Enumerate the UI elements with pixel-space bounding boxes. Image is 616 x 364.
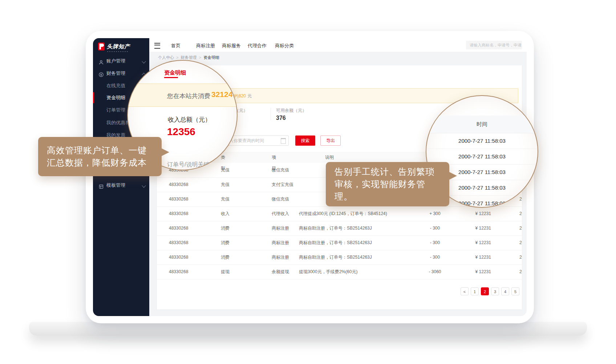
brand-subtitle-dots (107, 51, 128, 52)
sidebar-item-label: 账户管理 (106, 56, 125, 66)
callout-line: 理。 (335, 190, 441, 203)
magnified-time-row: 2000-7-27 11:58:03 (426, 133, 538, 149)
sidebar-item-finance[interactable]: 财务管理 (93, 68, 149, 79)
sidebar-item-account[interactable]: 账户管理 (93, 56, 149, 66)
cell-order: 48330268 (169, 192, 188, 206)
nav-home[interactable]: 首页 (171, 43, 181, 49)
cell-amount: - 300 (420, 221, 450, 235)
stat-divider (271, 108, 271, 120)
cell-balance: ¥ 12231 (464, 250, 491, 264)
sidebar-item-label: 资金明细 (106, 92, 125, 103)
cell-order: 48330268 (169, 250, 188, 264)
magnified-time-header: 时间 (426, 116, 538, 133)
export-button[interactable]: 导出 (320, 136, 341, 146)
cell-type: 消费 (221, 221, 230, 235)
header-desc: 说明 (325, 152, 334, 163)
callout-left: 高效管理账户订单、一键 汇总数据，降低财务成本 (38, 137, 162, 176)
cell-order: 48330268 (169, 177, 188, 192)
cell-amount: - 3060 (420, 264, 450, 279)
sidebar-item-label: 我的优惠券 (106, 117, 130, 128)
breadcrumb-current: 资金明细 (203, 55, 219, 60)
cell-time: 2000-7-27 11:58:03 (519, 235, 522, 250)
cell-desc: 提现3000元，手续费2%(60元) (299, 264, 357, 279)
cell-balance: ¥ 12231 (464, 264, 491, 279)
pagination-page-1[interactable]: 1 (471, 287, 479, 295)
brand-logo-icon (98, 43, 105, 50)
cell-balance: ¥ 12231 (464, 206, 491, 221)
table-row: 48330268 收入 代理收入 代理提成300元 (ID:1245，订单号：S… (157, 206, 522, 221)
cell-time: 2000-7-27 11:58:03 (519, 221, 522, 235)
nav-agency[interactable]: 代理合作 (248, 43, 267, 49)
breadcrumb: 个人中心>财务管理>资金明细 (158, 55, 219, 60)
cell-project: 商标注册 (272, 250, 289, 264)
callout-line: 高效管理账户订单、一键 (47, 144, 153, 157)
cell-project: 微信充值 (272, 192, 289, 206)
template-icon (98, 182, 104, 188)
breadcrumb-separator: > (176, 55, 178, 60)
table-row: 48330268 提现 余额提现 提现3000元，手续费2%(60元) - 30… (157, 264, 522, 279)
pagination-page-5[interactable]: 5 (511, 287, 519, 295)
callout-line: 审核，实现智能财务管 (335, 178, 441, 190)
cell-type: 消费 (221, 250, 230, 264)
cell-type: 消费 (221, 235, 230, 250)
magnified-title-underline (164, 77, 178, 78)
table-row: 48330268 消费 商标注册 商标自助注册，订单号：SB2514263J -… (157, 221, 522, 236)
cell-time: 2000-7-27 11:58:03 (519, 264, 522, 279)
cell-project: 商标注册 (272, 221, 289, 235)
laptop-base (29, 322, 587, 336)
nav-trademark-category[interactable]: 商标分类 (275, 43, 294, 49)
cell-time: 2000-7-27 11:58:03 (519, 206, 522, 221)
callout-arrow-icon (449, 172, 457, 180)
cell-project: 支付宝充值 (272, 177, 293, 192)
pagination-page-3[interactable]: 3 (491, 287, 499, 295)
cell-amount: - 300 (420, 235, 450, 250)
cell-desc: 代理提成300元 (ID:1245，订单号：SB45124) (299, 206, 387, 221)
cell-desc: 商标自助注册，订单号：SB2514263J (299, 235, 372, 250)
nav-trademark-register[interactable]: 商标注册 (196, 43, 215, 49)
brand-title: 头牌知产 (107, 43, 130, 50)
nav-trademark-service[interactable]: 商标服务 (222, 43, 241, 49)
calendar-icon[interactable] (281, 138, 286, 144)
pagination-page-2-active[interactable]: 2 (481, 287, 489, 295)
magnified-banner-prefix: 您在本站共消费 (167, 92, 210, 100)
finance-icon (98, 70, 104, 76)
cell-type: 充值 (221, 163, 230, 177)
cell-order: 48330268 (169, 264, 188, 279)
chevron-down-icon (142, 183, 146, 187)
cell-project: 微信充值 (272, 163, 289, 177)
cell-project: 余额提现 (272, 264, 289, 279)
cell-desc: 商标自助注册，订单号：SB2514263J (299, 221, 372, 235)
magnified-page-title: 资金明细 (164, 69, 186, 76)
cell-type: 收入 (221, 206, 230, 221)
menu-icon[interactable] (154, 43, 160, 49)
callout-line: 告别手工统计、告别繁琐 (335, 166, 441, 178)
search-button[interactable]: 搜索 (295, 136, 315, 146)
pagination-prev[interactable]: < (461, 287, 469, 295)
cell-type: 充值 (221, 192, 230, 206)
breadcrumb-separator: > (199, 55, 201, 60)
sidebar-item-templates[interactable]: 模板管理 (93, 180, 149, 191)
header-project[interactable]: 项目 (272, 152, 276, 163)
table-row: 48330268 消费 商标注册 商标自助注册，订单号：SB2514263J -… (157, 250, 522, 265)
breadcrumb-item[interactable]: 个人中心 (158, 55, 174, 60)
pagination-page-4[interactable]: 4 (501, 287, 509, 295)
cell-project: 商标注册 (272, 235, 289, 250)
cell-amount: + 300 (420, 206, 450, 221)
cell-desc: 商标自助注册，订单号：SB2514263J (299, 250, 372, 264)
cell-order: 48330268 (169, 235, 188, 250)
cell-time: 2000-7-27 11:58:03 (519, 250, 522, 264)
active-indicator (93, 92, 94, 103)
user-icon (98, 58, 104, 64)
callout-arrow-icon (161, 148, 169, 156)
callout-right: 告别手工统计、告别繁琐 审核，实现智能财务管 理。 (326, 162, 449, 206)
banner-unit: 元 (247, 93, 252, 98)
magnified-income-value: 12356 (167, 126, 195, 138)
cell-balance: ¥ 12231 (464, 235, 491, 250)
magnified-banner-amount: 32124 (211, 90, 232, 99)
callout-line: 汇总数据，降低财务成本 (47, 157, 153, 169)
breadcrumb-item[interactable]: 财务管理 (181, 55, 196, 60)
sidebar-item-label: 在线充值 (106, 80, 125, 91)
search-input[interactable] (466, 41, 522, 49)
cell-type: 充值 (221, 177, 230, 192)
cell-balance: ¥ 12231 (464, 221, 491, 235)
